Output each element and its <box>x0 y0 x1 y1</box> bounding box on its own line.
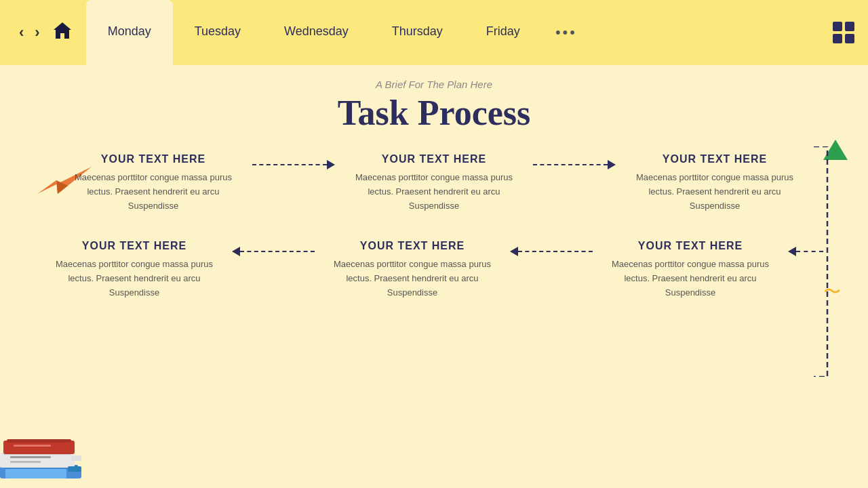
books-decoration <box>0 427 88 488</box>
arrow-4-5 <box>228 240 319 256</box>
process-item-3: YOUR TEXT HERE Maecenas porttitor congue… <box>620 153 810 213</box>
svg-rect-11 <box>7 439 71 443</box>
process-title-5: YOUR TEXT HERE <box>326 240 499 252</box>
process-body-1: Maecenas porttitor congue massa purus le… <box>65 171 241 213</box>
next-button[interactable]: › <box>29 24 45 41</box>
tab-friday[interactable]: Friday <box>465 0 542 65</box>
process-body-2: Maecenas porttitor congue massa purus le… <box>346 171 522 213</box>
process-body-3: Maecenas porttitor congue massa purus le… <box>627 171 803 213</box>
process-title-2: YOUR TEXT HERE <box>346 153 522 165</box>
arrow-1-2 <box>248 153 339 169</box>
tab-monday[interactable]: Monday <box>86 0 173 65</box>
process-title-6: YOUR TEXT HERE <box>604 240 777 252</box>
arrow-6-end <box>784 240 827 256</box>
prev-button[interactable]: ‹ <box>14 24 29 41</box>
process-item-2: YOUR TEXT HERE Maecenas porttitor congue… <box>339 153 529 213</box>
page-header: A Brief For The Plan Here Task Process <box>41 79 827 133</box>
dashed-line <box>518 251 593 252</box>
nav-tabs: Monday Tuesday Wednesday Thursday Friday <box>86 0 542 65</box>
tab-wednesday[interactable]: Wednesday <box>262 0 370 65</box>
process-body-4: Maecenas porttitor congue massa purus le… <box>47 258 221 300</box>
page-subtitle: A Brief For The Plan Here <box>41 79 827 90</box>
home-icon[interactable] <box>52 20 73 45</box>
main-content: 〜 A Brief For The Plan Here Task Process… <box>0 65 868 314</box>
svg-rect-6 <box>0 453 75 468</box>
process-item-1: YOUR TEXT HERE Maecenas porttitor congue… <box>58 153 248 213</box>
dashed-arrow-right-2 <box>533 160 616 169</box>
process-item-6: YOUR TEXT HERE Maecenas porttitor congue… <box>597 240 784 300</box>
dashed-arrow-left-1 <box>232 247 315 256</box>
tab-thursday[interactable]: Thursday <box>370 0 465 65</box>
svg-rect-5 <box>5 469 66 479</box>
svg-rect-13 <box>68 466 81 472</box>
process-title-4: YOUR TEXT HERE <box>47 240 221 252</box>
more-options-button[interactable]: ••• <box>555 24 577 41</box>
svg-marker-0 <box>54 22 71 39</box>
svg-rect-12 <box>14 445 51 447</box>
process-item-4: YOUR TEXT HERE Maecenas porttitor congue… <box>41 240 228 300</box>
arrowhead <box>788 247 796 256</box>
dashed-line <box>252 164 327 165</box>
arrow-5-6 <box>506 240 597 256</box>
process-body-6: Maecenas porttitor congue massa purus le… <box>604 258 777 300</box>
dashed-arrow-left-2 <box>510 247 593 256</box>
svg-rect-8 <box>10 456 51 458</box>
process-body-5: Maecenas porttitor congue massa purus le… <box>326 258 499 300</box>
navbar: ‹ › Monday Tuesday Wednesday Thursday Fr… <box>0 0 868 65</box>
svg-rect-14 <box>71 455 81 461</box>
dashed-line <box>240 251 315 252</box>
grid-view-button[interactable] <box>833 22 854 43</box>
arrowhead <box>510 247 518 256</box>
dashed-arrow-right-1 <box>252 160 335 169</box>
arrowhead <box>327 160 335 169</box>
arrowhead <box>232 247 240 256</box>
process-title-1: YOUR TEXT HERE <box>65 153 241 165</box>
dashed-line <box>533 164 608 165</box>
svg-rect-9 <box>10 461 41 463</box>
arrowhead <box>608 160 616 169</box>
page-title: Task Process <box>41 93 827 133</box>
process-item-5: YOUR TEXT HERE Maecenas porttitor congue… <box>319 240 506 300</box>
dashed-arrow-short <box>788 247 823 256</box>
arrow-2-3 <box>529 153 620 169</box>
process-title-3: YOUR TEXT HERE <box>627 153 803 165</box>
dashed-line <box>796 251 823 252</box>
tab-tuesday[interactable]: Tuesday <box>173 0 262 65</box>
